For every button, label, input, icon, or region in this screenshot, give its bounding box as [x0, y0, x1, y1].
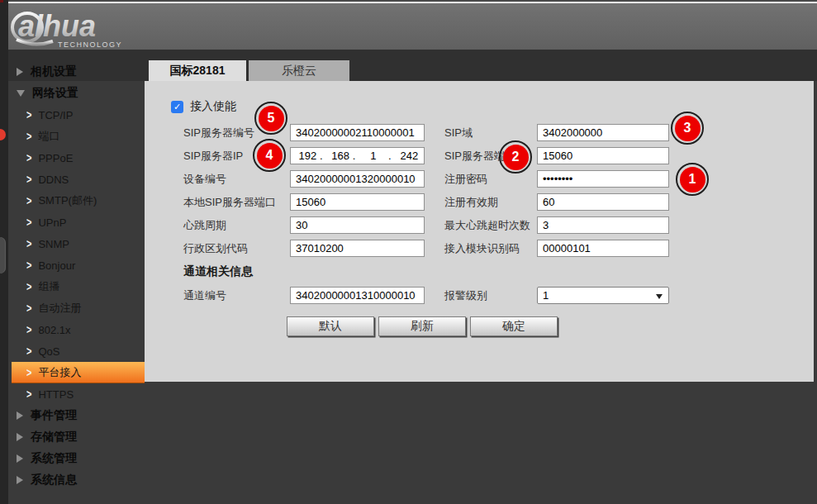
chevron-right-icon: >	[26, 174, 31, 186]
triangle-right-icon	[17, 476, 23, 484]
sidebar-item-pppoe[interactable]: >PPPoE	[8, 147, 145, 169]
sidebar-group-label: 存储管理	[31, 430, 77, 445]
sidebar-collapse-handle[interactable]	[0, 237, 6, 273]
default-button[interactable]: 默认	[287, 316, 374, 336]
triangle-down-icon	[17, 90, 25, 97]
sip-server-port-input[interactable]	[537, 147, 669, 164]
sidebar-group-network[interactable]: 网络设置	[8, 83, 145, 104]
sidebar-item-label: Bonjour	[38, 259, 75, 272]
sidebar-group-label: 事件管理	[31, 408, 77, 423]
triangle-right-icon	[17, 433, 23, 441]
max-heartbeat-timeout-label: 最大心跳超时次数	[444, 216, 530, 234]
sidebar-group-sysinfo[interactable]: 系统信息	[8, 469, 145, 491]
access-module-id-input[interactable]	[537, 240, 669, 257]
sidebar-item-https[interactable]: >HTTPS	[8, 383, 145, 405]
sip-server-id-input[interactable]	[290, 124, 425, 141]
sip-server-id-label: SIP服务器编号	[183, 124, 254, 141]
chevron-right-icon: >	[26, 259, 31, 272]
sidebar-item-tcpip[interactable]: >TCP/IP	[8, 104, 145, 126]
chevron-right-icon: >	[26, 216, 31, 229]
sidebar-item-bonjour[interactable]: >Bonjour	[8, 254, 145, 276]
chevron-right-icon: >	[26, 366, 31, 378]
channel-id-label: 通道编号	[183, 287, 226, 304]
callout-number: 5	[259, 106, 284, 131]
sidebar-item-ddns[interactable]: >DDNS	[8, 169, 145, 190]
confirm-button[interactable]: 确定	[470, 316, 558, 336]
sidebar-group-storage[interactable]: 存储管理	[8, 426, 145, 448]
tab-bar: 国标28181 乐橙云	[149, 60, 349, 81]
sidebar-item-multicast[interactable]: >组播	[8, 276, 145, 297]
sidebar-menu: 相机设置 网络设置 >TCP/IP >端口 >PPPoE >DDNS >SMTP…	[8, 50, 145, 504]
sidebar-item-platform-access[interactable]: >平台接入	[12, 362, 145, 383]
logo-brand-text: alhua	[18, 9, 96, 43]
channel-id-input[interactable]	[290, 287, 425, 304]
access-module-id-label: 接入模块识别码	[444, 240, 520, 257]
refresh-button[interactable]: 刷新	[378, 316, 466, 336]
sidebar-group-label: 系统信息	[31, 473, 77, 487]
device-id-input[interactable]	[290, 170, 425, 188]
sip-domain-input[interactable]	[537, 124, 669, 141]
callout-badge-5: 5	[254, 102, 287, 135]
local-sip-port-label: 本地SIP服务器端口	[183, 193, 276, 211]
chevron-right-icon: >	[26, 345, 31, 358]
chevron-right-icon: >	[26, 302, 31, 315]
sidebar-item-8021x[interactable]: >802.1x	[8, 319, 145, 340]
callout-number: 3	[675, 116, 701, 141]
sip-domain-label: SIP域	[444, 124, 473, 141]
tab-gb28181[interactable]: 国标28181	[149, 60, 246, 81]
sidebar-item-autoregister[interactable]: >自动注册	[8, 297, 145, 319]
sidebar-item-label: SMTP(邮件)	[38, 193, 97, 208]
heartbeat-period-input[interactable]	[290, 216, 425, 234]
chevron-right-icon: >	[26, 281, 31, 293]
sidebar-group-camera[interactable]: 相机设置	[8, 61, 145, 83]
sidebar-item-label: 组播	[38, 279, 59, 294]
chevron-right-icon: >	[26, 324, 31, 336]
access-enable-checkbox[interactable]: ✓	[171, 101, 183, 113]
register-validity-input[interactable]	[537, 193, 669, 211]
header-bar: alhua TECHNOLOGY	[0, 3, 817, 50]
local-sip-port-input[interactable]	[290, 193, 425, 211]
sidebar-item-label: 802.1x	[38, 324, 70, 336]
sidebar-item-label: UPnP	[38, 216, 66, 229]
chevron-right-icon: >	[26, 152, 31, 164]
max-heartbeat-timeout-input[interactable]	[537, 216, 669, 234]
sidebar-item-label: 端口	[38, 129, 59, 144]
sidebar-item-label: SNMP	[38, 238, 69, 250]
chevron-right-icon: >	[26, 388, 31, 401]
callout-badge-1: 1	[676, 163, 709, 196]
admin-region-code-label: 行政区划代码	[183, 240, 248, 257]
sip-server-ip-input[interactable]	[290, 147, 425, 164]
chevron-right-icon: >	[26, 195, 31, 207]
tab-lechengyun[interactable]: 乐橙云	[249, 60, 349, 81]
channel-info-section-header: 通道相关信息	[183, 264, 253, 279]
gb28181-settings-panel: ✓ 接入使能 SIP服务器编号 SIP域 SIP服务器IP SIP服务器端口 设…	[145, 81, 814, 382]
triangle-right-icon	[17, 411, 23, 420]
sidebar-group-system[interactable]: 系统管理	[8, 448, 145, 469]
alert-dot-icon	[0, 129, 6, 140]
device-id-label: 设备编号	[183, 170, 226, 188]
corner-dot	[0, 0, 3, 2]
sidebar-item-port[interactable]: >端口	[8, 126, 145, 147]
register-password-input[interactable]	[537, 170, 669, 188]
admin-region-code-input[interactable]	[290, 240, 425, 257]
sidebar-item-upnp[interactable]: >UPnP	[8, 212, 145, 233]
sidebar-group-event[interactable]: 事件管理	[8, 405, 145, 426]
register-validity-label: 注册有效期	[444, 193, 498, 211]
chevron-right-icon: >	[26, 238, 31, 250]
sidebar-item-label: TCP/IP	[38, 109, 73, 121]
sip-server-ip-label: SIP服务器IP	[183, 147, 243, 164]
sidebar-group-label: 网络设置	[32, 86, 78, 101]
sidebar-item-qos[interactable]: >QoS	[8, 340, 145, 362]
chevron-right-icon: >	[26, 109, 31, 121]
left-edge-strip	[0, 0, 8, 504]
sidebar-item-smtp[interactable]: >SMTP(邮件)	[8, 190, 145, 212]
sidebar-item-label: 自动注册	[38, 301, 81, 316]
sidebar-item-label: PPPoE	[38, 152, 73, 164]
sidebar-item-snmp[interactable]: >SNMP	[8, 233, 145, 254]
heartbeat-period-label: 心跳周期	[183, 216, 226, 234]
alarm-level-value: 1	[543, 289, 549, 302]
alarm-level-select[interactable]: 1	[537, 287, 669, 304]
callout-badge-4: 4	[253, 139, 286, 172]
sidebar-item-label: 平台接入	[38, 365, 81, 380]
triangle-right-icon	[17, 68, 23, 76]
